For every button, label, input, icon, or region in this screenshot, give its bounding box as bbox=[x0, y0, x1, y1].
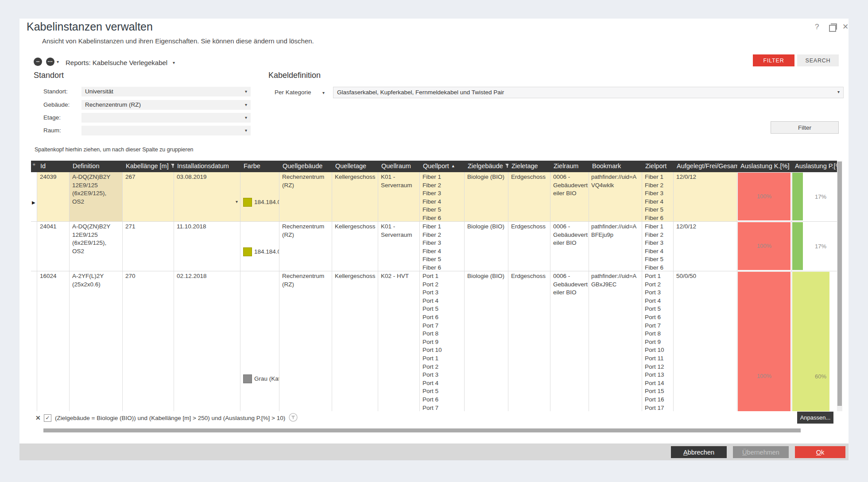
cell-auslastung-k[interactable]: 100% bbox=[737, 172, 792, 222]
restore-icon[interactable] bbox=[829, 25, 836, 32]
cell-quelletage[interactable]: Kellergeschoss bbox=[332, 271, 378, 411]
chevron-down-icon[interactable]: ▾ bbox=[245, 103, 247, 107]
col-header-id[interactable]: Id bbox=[37, 161, 70, 172]
cell-kabellaenge[interactable]: 267 bbox=[123, 172, 174, 222]
chevron-down-icon[interactable]: ▾ bbox=[837, 90, 840, 94]
search-tab-button[interactable]: SEARCH bbox=[797, 54, 839, 66]
cell-zielgebaeude[interactable]: Biologie (BIO) bbox=[465, 172, 508, 222]
cell-definition[interactable]: A-DQ(ZN)B2Y 12E9/125 (6x2E9/125), OS2 bbox=[70, 222, 123, 271]
more-actions-caret-icon[interactable]: ▾ bbox=[57, 60, 59, 64]
cell-id[interactable]: 24039 bbox=[37, 172, 70, 222]
cell-quellgebaeude[interactable]: Rechenzentrum (RZ) bbox=[279, 222, 332, 271]
cell-zielraum[interactable]: 0006 - Gebäudevert eiler BIO bbox=[550, 271, 589, 411]
remove-filter-icon[interactable]: ✕ bbox=[35, 414, 41, 421]
filter-enabled-checkbox[interactable]: ✓ bbox=[44, 414, 51, 422]
chevron-down-icon[interactable]: ▾ bbox=[245, 89, 247, 94]
col-header-auslastung-p[interactable]: Auslastung P.[%] bbox=[792, 161, 837, 172]
cell-quelletage[interactable]: Kellergeschoss bbox=[332, 222, 378, 271]
per-kategorie-dropdown[interactable]: Per Kategorie bbox=[275, 89, 311, 96]
col-header-quellgebaeude[interactable]: Quellgebäude bbox=[279, 161, 332, 172]
filter-funnel-icon[interactable] bbox=[171, 164, 174, 168]
col-header-zieletage[interactable]: Zieletage bbox=[508, 161, 550, 172]
cell-zieletage[interactable]: Erdgeschoss bbox=[508, 271, 550, 411]
cell-bookmark[interactable]: pathfinder://uid=A GBxJ9EC bbox=[589, 271, 642, 411]
cell-zielgebaeude[interactable]: Biologie (BIO) bbox=[465, 271, 508, 411]
abbrechen-button[interactable]: Abbrechen bbox=[671, 446, 727, 458]
cell-quellport[interactable]: Fiber 1 Fiber 2 Fiber 3 Fiber 4 Fiber 5 … bbox=[420, 172, 465, 222]
cell-quellraum[interactable]: K01 - Serverraum bbox=[378, 172, 420, 222]
col-header-bookmark[interactable]: Bookmark bbox=[589, 161, 642, 172]
cell-zielgebaeude[interactable]: Biologie (BIO) bbox=[465, 222, 508, 271]
cell-zielport[interactable]: Fiber 1 Fiber 2 Fiber 3 Fiber 4 Fiber 5 … bbox=[642, 172, 674, 222]
cell-id[interactable]: 24041 bbox=[37, 222, 70, 271]
standort-select[interactable]: Universität ▾ bbox=[81, 87, 251, 96]
filter-funnel-circle-icon[interactable] bbox=[289, 413, 298, 422]
horizontal-scrollbar[interactable] bbox=[43, 428, 801, 432]
col-header-farbe[interactable]: Farbe bbox=[240, 161, 279, 172]
cell-auslastung-p[interactable]: 60% bbox=[792, 271, 837, 411]
table-row[interactable]: 24041 A-DQ(ZN)B2Y 12E9/125 (6x2E9/125), … bbox=[31, 222, 837, 271]
per-kategorie-caret-icon[interactable]: ▾ bbox=[322, 91, 325, 95]
cell-bookmark[interactable]: pathfinder://uid=A BFEju9p bbox=[589, 222, 642, 271]
col-header-aufgelegt[interactable]: Aufgelegt/Frei/Gesamt bbox=[674, 161, 737, 172]
etage-select[interactable]: ▾ bbox=[81, 113, 251, 123]
table-row[interactable]: 16024 A-2YF(L)2Y (25x2x0.6) 270 02.12.20… bbox=[31, 271, 837, 411]
cell-definition[interactable]: A-2YF(L)2Y (25x2x0.6) bbox=[70, 271, 123, 411]
cell-quelletage[interactable]: Kellergeschoss bbox=[332, 172, 378, 222]
cell-auslastung-p[interactable]: 17% bbox=[792, 172, 837, 222]
cell-id[interactable]: 16024 bbox=[37, 271, 70, 411]
cell-zieletage[interactable]: Erdgeschoss bbox=[508, 222, 550, 271]
cell-quellgebaeude[interactable]: Rechenzentrum (RZ) bbox=[279, 271, 332, 411]
col-header-zielgebaeude[interactable]: Zielgebäude bbox=[465, 161, 508, 172]
scrollbar-thumb[interactable] bbox=[837, 162, 842, 406]
cell-quellport[interactable]: Fiber 1 Fiber 2 Fiber 3 Fiber 4 Fiber 5 … bbox=[420, 222, 465, 271]
cell-installationsdatum[interactable]: 02.12.2018 bbox=[174, 271, 240, 411]
cell-quellraum[interactable]: K01 - Serverraum bbox=[378, 222, 420, 271]
cell-aufgelegt[interactable]: 50/0/50 bbox=[674, 271, 737, 411]
chevron-down-icon[interactable]: ▾ bbox=[236, 200, 238, 204]
filter-expression[interactable]: (Zielgebäude = Biologie (BIO)) und (Kabe… bbox=[55, 415, 285, 421]
cell-quellgebaeude[interactable]: Rechenzentrum (RZ) bbox=[279, 172, 332, 222]
cell-bookmark[interactable]: pathfinder://uid=A VQ4wklk bbox=[589, 172, 642, 222]
cell-zielport[interactable]: Fiber 1 Fiber 2 Fiber 3 Fiber 4 Fiber 5 … bbox=[642, 222, 674, 271]
col-header-quellport[interactable]: Quellport▲ bbox=[420, 161, 465, 172]
chevron-down-icon[interactable]: ▾ bbox=[245, 128, 247, 133]
vertical-scrollbar[interactable] bbox=[837, 161, 842, 411]
cell-aufgelegt[interactable]: 12/0/12 bbox=[674, 172, 737, 222]
cell-zielraum[interactable]: 0006 - Gebäudevert eiler BIO bbox=[550, 172, 589, 222]
cell-zielport[interactable]: Port 1 Port 2 Port 3 Port 4 Port 5 Port … bbox=[642, 271, 674, 411]
more-actions-button[interactable]: ••• bbox=[46, 58, 54, 66]
close-icon[interactable]: ✕ bbox=[842, 23, 849, 31]
col-header-installationsdatum[interactable]: Installationsdatum bbox=[174, 161, 240, 172]
kategorie-combobox[interactable]: Glasfaserkabel, Kupferkabel, Fernmeldeka… bbox=[333, 87, 844, 98]
cell-installationsdatum[interactable]: 11.10.2018 bbox=[174, 222, 240, 271]
cell-farbe[interactable]: 184.184.0 bbox=[240, 172, 279, 222]
cell-zieletage[interactable]: Erdgeschoss bbox=[508, 172, 550, 222]
filter-tab-button[interactable]: FILTER bbox=[753, 54, 794, 66]
cell-auslastung-k[interactable]: 100% bbox=[737, 271, 792, 411]
remove-report-button[interactable]: − bbox=[34, 58, 42, 66]
col-header-definition[interactable]: Definition bbox=[70, 161, 123, 172]
cell-kabellaenge[interactable]: 271 bbox=[123, 222, 174, 271]
cell-quellport[interactable]: Port 1 Port 2 Port 3 Port 4 Port 5 Port … bbox=[420, 271, 465, 411]
col-header-zielraum[interactable]: Zielraum bbox=[550, 161, 589, 172]
col-header-zielport[interactable]: Zielport bbox=[642, 161, 674, 172]
reports-dropdown[interactable]: Reports: Kabelsuche Verlegekabel bbox=[66, 59, 167, 66]
col-header-quelletage[interactable]: Quelletage bbox=[332, 161, 378, 172]
col-header-quellraum[interactable]: Quellraum bbox=[378, 161, 420, 172]
cell-auslastung-p[interactable]: 17% bbox=[792, 222, 837, 271]
uebernehmen-button[interactable]: Übernehmen bbox=[733, 446, 789, 458]
cell-aufgelegt[interactable]: 12/0/12 bbox=[674, 222, 737, 271]
ok-button[interactable]: Ok bbox=[795, 446, 845, 458]
filter-funnel-icon[interactable] bbox=[505, 164, 508, 168]
reports-caret-icon[interactable]: ▾ bbox=[173, 61, 175, 65]
cell-farbe[interactable]: 184.184.0 bbox=[240, 222, 279, 271]
cell-farbe[interactable]: Grau (Kat bbox=[240, 271, 279, 411]
filter-button[interactable]: Filter bbox=[771, 121, 839, 134]
cell-definition[interactable]: A-DQ(ZN)B2Y 12E9/125 (6x2E9/125), OS2 bbox=[70, 172, 123, 222]
chevron-down-icon[interactable]: ▾ bbox=[245, 116, 247, 120]
anpassen-button[interactable]: Anpassen... bbox=[797, 412, 833, 424]
raum-select[interactable]: ▾ bbox=[81, 126, 251, 135]
help-icon[interactable]: ? bbox=[815, 23, 819, 31]
cell-kabellaenge[interactable]: 270 bbox=[123, 271, 174, 411]
